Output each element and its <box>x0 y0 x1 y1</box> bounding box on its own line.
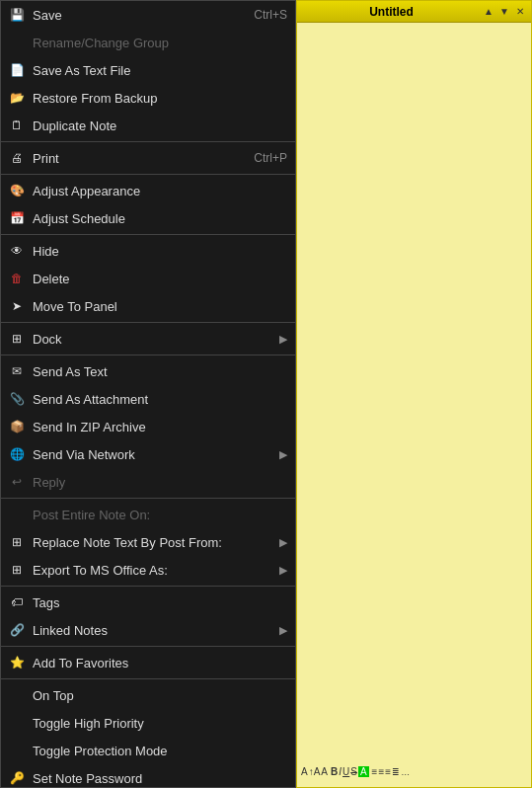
context-menu: 💾SaveCtrl+SRename/Change Group📄Save As T… <box>0 0 296 788</box>
schedule-icon: 📅 <box>7 208 27 228</box>
menu-item-appearance[interactable]: 🎨Adjust Appearance <box>1 177 295 204</box>
note-title: Untitled <box>301 5 482 19</box>
sendzip-icon: 📦 <box>7 417 27 436</box>
ontop-icon <box>7 685 27 705</box>
postnote-icon <box>7 505 27 524</box>
sendnetwork-icon: 🌐 <box>7 444 27 464</box>
note-up-btn[interactable]: ▲ <box>482 5 495 19</box>
menu-item-delete[interactable]: 🗑Delete <box>1 265 295 292</box>
menu-item-protection[interactable]: Toggle Protection Mode <box>1 737 295 764</box>
save-shortcut: Ctrl+S <box>254 8 287 22</box>
print-shortcut: Ctrl+P <box>254 151 287 165</box>
toolbar-highlight[interactable]: A <box>358 766 369 777</box>
menu-item-postnote: Post Entire Note On: <box>1 501 295 528</box>
tags-label: Tags <box>33 595 287 610</box>
sendtext-icon: ✉ <box>7 361 27 381</box>
menu-item-ontop[interactable]: On Top <box>1 681 295 709</box>
menu-item-sendnetwork[interactable]: 🌐Send Via Network▶ <box>1 440 295 468</box>
sendzip-label: Send In ZIP Archive <box>33 420 287 434</box>
favorites-label: Add To Favorites <box>33 656 287 670</box>
movetopanel-label: Move To Panel <box>33 299 287 314</box>
separator-5 <box>1 141 295 142</box>
menu-item-duplicate[interactable]: 🗒Duplicate Note <box>1 112 295 139</box>
separator-7 <box>1 174 295 175</box>
toolbar-font-up[interactable]: ↑A <box>309 766 321 777</box>
menu-item-print[interactable]: 🖨PrintCtrl+P <box>1 144 295 172</box>
note-window: Untitled ▲ ▼ ✕ A ↑A A B I U S A ≡ ≡ ≡ ≣ … <box>296 0 532 788</box>
toolbar-bold[interactable]: B <box>331 766 338 777</box>
menu-item-tags[interactable]: 🏷Tags <box>1 589 295 616</box>
menu-item-restore[interactable]: 📂Restore From Backup <box>1 84 295 112</box>
toolbar-font-small[interactable]: A <box>301 766 308 777</box>
menu-item-schedule[interactable]: 📅Adjust Schedule <box>1 204 295 232</box>
replace-arrow: ▶ <box>279 536 287 549</box>
save-text-label: Save As Text File <box>33 63 287 78</box>
menu-item-hide[interactable]: 👁Hide <box>1 237 295 265</box>
menu-item-sendtext[interactable]: ✉Send As Text <box>1 357 295 385</box>
menu-item-sendzip[interactable]: 📦Send In ZIP Archive <box>1 413 295 440</box>
hide-icon: 👁 <box>7 241 27 261</box>
sendattachment-label: Send As Attachment <box>33 392 287 407</box>
menu-item-save-text[interactable]: 📄Save As Text File <box>1 56 295 84</box>
save-text-icon: 📄 <box>7 60 27 80</box>
export-label: Export To MS Office As: <box>33 563 275 578</box>
ontop-label: On Top <box>33 688 287 703</box>
save-icon: 💾 <box>7 5 27 25</box>
print-label: Print <box>33 151 244 166</box>
separator-31 <box>1 678 295 679</box>
toolbar-underline[interactable]: U <box>342 766 349 777</box>
restore-label: Restore From Backup <box>33 91 287 106</box>
menu-item-dock[interactable]: ⊞Dock▶ <box>1 325 295 353</box>
postnote-label: Post Entire Note On: <box>33 508 287 522</box>
reply-label: Reply <box>33 475 287 490</box>
sendattachment-icon: 📎 <box>7 389 27 409</box>
duplicate-icon: 🗒 <box>7 116 27 135</box>
rename-label: Rename/Change Group <box>33 36 287 50</box>
menu-item-movetopanel[interactable]: ➤Move To Panel <box>1 292 295 320</box>
rename-icon <box>7 33 27 52</box>
toolbar-more[interactable]: … <box>401 767 410 777</box>
menu-item-linked[interactable]: 🔗Linked Notes▶ <box>1 616 295 644</box>
print-icon: 🖨 <box>7 148 27 168</box>
toolbar-font-a[interactable]: A <box>321 766 328 777</box>
toolbar-left-align[interactable]: ≡ <box>372 766 378 777</box>
separator-29 <box>1 646 295 647</box>
dock-icon: ⊞ <box>7 329 27 349</box>
password-label: Set Note Password <box>33 771 287 786</box>
note-close-btn[interactable]: ✕ <box>513 5 527 19</box>
replace-icon: ⊞ <box>7 532 27 552</box>
linked-arrow: ▶ <box>279 624 287 637</box>
toolbar-right-align[interactable]: ≡ <box>385 766 391 777</box>
delete-icon: 🗑 <box>7 269 27 288</box>
toolbar-italic[interactable]: I <box>339 766 342 777</box>
separator-22 <box>1 498 295 499</box>
replace-label: Replace Note Text By Post From: <box>33 535 275 550</box>
protection-icon <box>7 741 27 760</box>
linked-icon: 🔗 <box>7 620 27 640</box>
toolbar-center-align[interactable]: ≡ <box>378 766 384 777</box>
hide-label: Hide <box>33 244 287 259</box>
favorites-icon: ⭐ <box>7 653 27 672</box>
menu-item-rename: Rename/Change Group <box>1 29 295 56</box>
menu-item-save[interactable]: 💾SaveCtrl+S <box>1 1 295 29</box>
linked-label: Linked Notes <box>33 623 275 638</box>
toolbar-strikethrough[interactable]: S <box>350 766 357 777</box>
export-icon: ⊞ <box>7 560 27 580</box>
schedule-label: Adjust Schedule <box>33 211 287 226</box>
menu-item-sendattachment[interactable]: 📎Send As Attachment <box>1 385 295 413</box>
reply-icon: ↩ <box>7 472 27 492</box>
export-arrow: ▶ <box>279 564 287 577</box>
note-down-btn[interactable]: ▼ <box>497 5 511 19</box>
password-icon: 🔑 <box>7 768 27 788</box>
menu-item-export[interactable]: ⊞Export To MS Office As:▶ <box>1 556 295 584</box>
save-label: Save <box>33 8 244 23</box>
separator-10 <box>1 234 295 235</box>
toolbar-justify[interactable]: ≣ <box>392 767 400 777</box>
separator-14 <box>1 322 295 323</box>
menu-item-replace[interactable]: ⊞Replace Note Text By Post From:▶ <box>1 528 295 556</box>
duplicate-label: Duplicate Note <box>33 118 287 133</box>
menu-item-favorites[interactable]: ⭐Add To Favorites <box>1 649 295 676</box>
menu-item-password[interactable]: 🔑Set Note Password <box>1 764 295 788</box>
movetopanel-icon: ➤ <box>7 296 27 316</box>
menu-item-highpriority[interactable]: Toggle High Priority <box>1 709 295 737</box>
